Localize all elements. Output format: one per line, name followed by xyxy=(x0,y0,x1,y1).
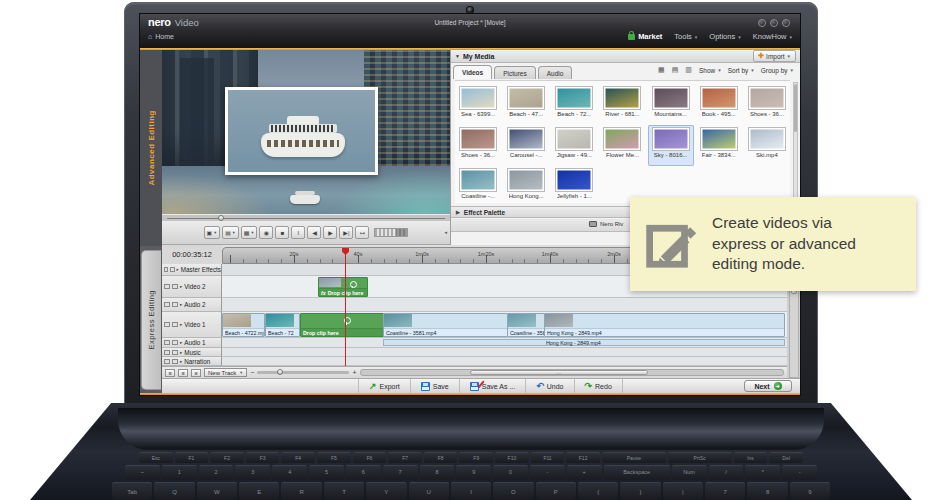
menu-options[interactable]: Options▾ xyxy=(709,32,740,41)
track-mute-toggle[interactable] xyxy=(172,340,178,345)
media-panel-header[interactable]: ▼ My Media ✚ Import ▼ xyxy=(451,50,800,63)
track-visibility-toggle[interactable] xyxy=(164,340,170,345)
track-visibility-toggle[interactable] xyxy=(164,350,170,355)
media-item[interactable]: Jigsaw - 49... xyxy=(551,125,597,166)
track-lane-audio-2[interactable] xyxy=(222,298,787,312)
maximize-button[interactable] xyxy=(770,19,778,27)
tab-audio[interactable]: Audio xyxy=(538,66,573,79)
track-size-medium-button[interactable]: ≡ xyxy=(178,369,188,377)
timeline-zoom-slider[interactable] xyxy=(257,371,349,374)
export-button[interactable]: ↗Export xyxy=(358,379,411,394)
track-mute-toggle[interactable] xyxy=(172,284,178,289)
home-button[interactable]: ⌂ Home xyxy=(148,33,174,40)
display-options-menu[interactable]: ▣▼ xyxy=(204,226,221,239)
tab-pictures[interactable]: Pictures xyxy=(494,66,535,79)
track-mute-toggle[interactable] xyxy=(172,350,178,355)
track-lane-music[interactable] xyxy=(222,348,787,357)
redo-button[interactable]: ↷Redo xyxy=(575,379,623,394)
media-item[interactable]: Coastline -... xyxy=(455,166,501,207)
track-visibility-toggle[interactable] xyxy=(164,322,170,327)
list-view-icon[interactable]: ▤ xyxy=(672,66,680,74)
group-by-dropdown[interactable]: Group by▼ xyxy=(761,67,794,74)
media-item[interactable]: Flower Me... xyxy=(599,125,645,166)
close-button[interactable] xyxy=(782,19,790,27)
track-mute-toggle[interactable] xyxy=(172,302,178,307)
undo-button[interactable]: ↶Undo xyxy=(526,379,574,394)
timeline-clip[interactable]: Hong Kong - 2849.mp4 xyxy=(544,313,785,337)
media-item[interactable]: Beach - 47... xyxy=(503,84,549,125)
seek-bar[interactable] xyxy=(162,214,450,221)
thumbnail-view-icon[interactable]: ▦ xyxy=(658,66,666,74)
track-header-audio-2[interactable]: ▸Audio 2 xyxy=(162,298,222,312)
timeline-clip[interactable]: Coastline - 3581.mp4 xyxy=(383,313,508,337)
timeline-clip[interactable]: Coastline - 3581 xyxy=(507,313,545,337)
snapshot-button[interactable]: ◉ xyxy=(259,226,273,239)
panel-splitter-icon[interactable]: ◂ xyxy=(444,229,447,235)
detail-view-icon[interactable]: ▥ xyxy=(685,66,693,74)
track-header-master-effects[interactable]: ▸Master Effects xyxy=(162,264,222,276)
timeline-hscroll[interactable]: ⋯ xyxy=(360,369,785,376)
timeline-clip[interactable]: Beach - 72 xyxy=(265,313,300,337)
media-item[interactable]: Beach - 72... xyxy=(551,84,597,125)
track-lane-narration[interactable] xyxy=(222,357,787,366)
track-visibility-toggle[interactable] xyxy=(164,302,170,307)
tab-express-editing[interactable]: Express Editing xyxy=(141,250,161,390)
timeline-clip-drop-target[interactable]: fxDrop clip here xyxy=(318,277,368,297)
tab-advanced-editing[interactable]: Advanced Editing xyxy=(140,50,162,246)
media-item[interactable]: Shoes - 36... xyxy=(455,125,501,166)
new-track-button[interactable]: New Track▼ xyxy=(204,368,247,377)
track-visibility-toggle[interactable] xyxy=(164,359,170,364)
playhead[interactable] xyxy=(345,248,346,366)
media-item[interactable]: Fair - 3834... xyxy=(696,125,742,166)
media-item[interactable]: Hong Kong... xyxy=(503,166,549,207)
collapse-icon[interactable]: ▼ xyxy=(455,53,460,59)
overlay-options-menu[interactable]: ▦▼ xyxy=(241,226,258,239)
hscroll-thumb[interactable]: ⋯ xyxy=(470,370,647,375)
track-header-video-1[interactable]: ▸Video 1 xyxy=(162,312,222,338)
show-dropdown[interactable]: Show▼ xyxy=(699,67,722,74)
timeline-clip[interactable]: Beach - 4722.mj xyxy=(222,313,265,337)
timeline-audio-clip[interactable]: Hong Kong - 2849.mp4 xyxy=(383,339,785,346)
tab-videos[interactable]: Videos xyxy=(453,65,492,79)
timeline-clip-drop-target[interactable]: Drop clip here xyxy=(300,313,384,337)
previous-frame-button[interactable]: ◀ xyxy=(307,226,321,239)
zoom-out-button[interactable]: − xyxy=(250,369,254,376)
menu-tools[interactable]: Tools▾ xyxy=(674,32,697,41)
jump-end-button[interactable]: ↦ xyxy=(355,226,369,239)
track-visibility-toggle[interactable] xyxy=(164,284,170,289)
media-item[interactable]: Sky - 8016... xyxy=(648,125,694,166)
menu-knowhow[interactable]: KnowHow▾ xyxy=(753,32,792,41)
save-button[interactable]: Save xyxy=(411,379,460,394)
track-lane-video-1[interactable]: Beach - 4722.mjBeach - 72Drop clip hereC… xyxy=(222,312,787,338)
next-button[interactable]: Next ➜ xyxy=(744,380,792,392)
track-header-video-2[interactable]: ▸Video 2 xyxy=(162,276,222,298)
next-frame-button[interactable]: ▶| xyxy=(339,226,353,239)
zoom-slider-handle[interactable] xyxy=(277,369,283,375)
track-size-small-button[interactable]: ≡ xyxy=(165,369,175,377)
minimize-button[interactable] xyxy=(758,19,766,27)
media-item[interactable]: Ski.mp4 xyxy=(744,125,790,166)
save-as-button[interactable]: Save As ... xyxy=(460,379,526,394)
media-item[interactable]: Shoes - 36... xyxy=(744,84,790,125)
audio-scrub-meter[interactable] xyxy=(374,228,408,237)
track-header-music[interactable]: ▸Music xyxy=(162,348,222,357)
track-mute-toggle[interactable] xyxy=(172,322,178,327)
import-button[interactable]: ✚ Import ▼ xyxy=(753,50,796,62)
sort-by-dropdown[interactable]: Sort by▼ xyxy=(728,67,755,74)
media-item[interactable]: Sea - 6399... xyxy=(455,84,501,125)
set-position-button[interactable]: I xyxy=(291,226,305,239)
track-header-audio-1[interactable]: ▸Audio 1 xyxy=(162,338,222,348)
track-size-large-button[interactable]: ≡ xyxy=(191,369,201,377)
track-lane-audio-1[interactable]: Hong Kong - 2849.mp4 xyxy=(222,338,787,348)
track-mute-toggle[interactable] xyxy=(172,359,178,364)
play-button[interactable]: ▶ xyxy=(323,226,337,239)
media-item[interactable]: Book - 495... xyxy=(696,84,742,125)
track-mute-toggle[interactable] xyxy=(170,267,174,272)
menu-market[interactable]: Market xyxy=(628,32,662,41)
zoom-in-button[interactable]: + xyxy=(352,369,356,376)
media-scrollbar[interactable] xyxy=(793,82,798,200)
media-item[interactable]: Mountains... xyxy=(648,84,694,125)
stop-button[interactable]: ■ xyxy=(275,226,289,239)
zoom-options-menu[interactable]: ▤▼ xyxy=(222,226,239,239)
media-item[interactable]: River - 681... xyxy=(599,84,645,125)
